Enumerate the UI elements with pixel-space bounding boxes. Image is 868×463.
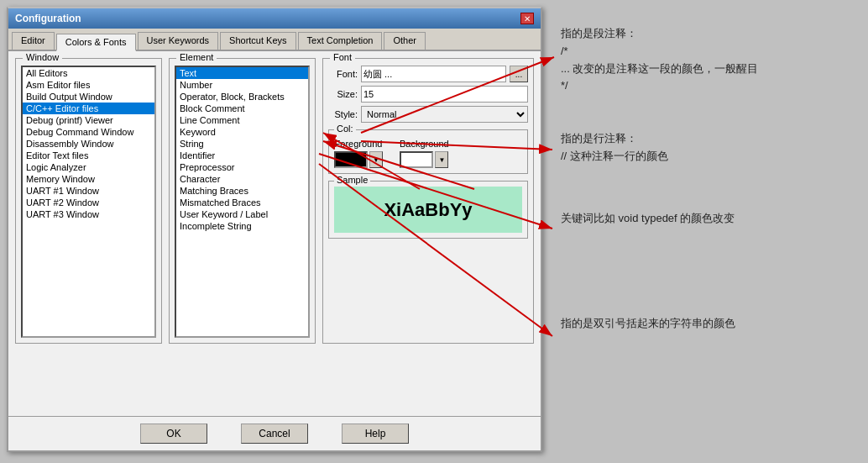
- annotation-1: 指的是段注释：/*... 改变的是注释这一段的颜色，一般醒目*/: [561, 25, 758, 95]
- foreground-label: Foreground: [335, 139, 383, 149]
- style-label: Style:: [328, 109, 358, 119]
- font-input[interactable]: [361, 66, 506, 82]
- tab-text-completion[interactable]: Text Completion: [298, 32, 383, 50]
- style-row: Style: Normal Bold Italic Bold Italic: [328, 106, 528, 123]
- background-swatch-row: ▼: [400, 151, 448, 168]
- element-list-item[interactable]: Mismatched Braces: [176, 197, 308, 208]
- window-list-item[interactable]: UART #3 Window: [23, 208, 154, 220]
- background-col: Background ▼: [400, 139, 449, 168]
- ok-button[interactable]: OK: [140, 424, 207, 444]
- element-group-label: Element: [176, 52, 217, 62]
- annotation-area: 指的是段注释：/*... 改变的是注释这一段的颜色，一般醒目*/ 指的是行注释：…: [536, 0, 868, 463]
- window-list-item[interactable]: Memory Window: [23, 173, 154, 185]
- help-button[interactable]: Help: [342, 424, 409, 444]
- annotation-2: 指的是行注释：// 这种注释一行的颜色: [561, 130, 668, 166]
- color-section: Col: Foreground ▼ Background ▼: [328, 129, 528, 174]
- background-dropdown[interactable]: ▼: [435, 151, 448, 168]
- sample-text: XiAaBbYy: [384, 199, 472, 221]
- font-row: Font: ...: [328, 66, 528, 82]
- foreground-col: Foreground ▼: [334, 139, 383, 168]
- window-group: Window All EditorsAsm Editor filesBuild …: [15, 58, 162, 344]
- sample-label: Sample: [334, 175, 370, 185]
- window-list-item[interactable]: UART #1 Window: [23, 185, 154, 197]
- title-bar-buttons: ✕: [520, 13, 534, 24]
- color-section-label: Col:: [334, 124, 356, 134]
- element-group: Element TextNumberOperator, Block, Brack…: [169, 58, 316, 344]
- font-label: Font:: [328, 69, 358, 79]
- element-list-item[interactable]: Keyword: [176, 126, 308, 138]
- foreground-dropdown[interactable]: ▼: [369, 151, 383, 168]
- element-list-item[interactable]: Identifier: [176, 150, 308, 161]
- tab-shortcut-keys[interactable]: Shortcut Keys: [220, 32, 295, 50]
- window-list-item[interactable]: Logic Analyzer: [23, 161, 154, 173]
- window-list-item[interactable]: Build Output Window: [23, 91, 154, 103]
- element-list-item[interactable]: Preprocessor: [176, 161, 308, 173]
- element-list-item[interactable]: Text: [176, 67, 308, 79]
- background-label: Background: [400, 139, 449, 149]
- window-list-item[interactable]: All Editors: [23, 67, 154, 79]
- element-list[interactable]: TextNumberOperator, Block, BracketsBlock…: [175, 66, 310, 338]
- window-list-item[interactable]: UART #2 Window: [23, 197, 154, 208]
- tab-user-keywords[interactable]: User Keywords: [138, 32, 219, 50]
- background-swatch[interactable]: [400, 151, 433, 168]
- size-label: Size:: [328, 89, 358, 99]
- foreground-swatch-row: ▼: [334, 151, 383, 168]
- element-list-item[interactable]: Character: [176, 173, 308, 185]
- window-list-item[interactable]: Disassembly Window: [23, 138, 154, 150]
- element-list-item[interactable]: Line Comment: [176, 114, 308, 126]
- element-list-item[interactable]: Matching Braces: [176, 185, 308, 197]
- font-browse-button[interactable]: ...: [510, 66, 528, 82]
- sample-box: XiAaBbYy: [334, 187, 522, 233]
- font-group-label: Font: [330, 52, 355, 62]
- sample-group: Sample XiAaBbYy: [328, 181, 528, 239]
- close-button[interactable]: ✕: [520, 13, 534, 24]
- element-list-item[interactable]: User Keyword / Label: [176, 208, 308, 220]
- font-group: Font Font: ... Size: Style: Normal Bold …: [322, 58, 534, 344]
- content-area: Window All EditorsAsm Editor filesBuild …: [8, 51, 541, 418]
- dialog-title: Configuration: [15, 13, 81, 24]
- configuration-dialog: Configuration ✕ Editor Colors & Fonts Us…: [7, 7, 542, 452]
- tab-colors-fonts[interactable]: Colors & Fonts: [56, 34, 136, 51]
- element-list-item[interactable]: Operator, Block, Brackets: [176, 91, 308, 103]
- element-list-item[interactable]: String: [176, 138, 308, 150]
- annotation-3: 关键词比如 void typedef 的颜色改变: [561, 210, 735, 228]
- element-list-item[interactable]: Number: [176, 79, 308, 91]
- size-row: Size:: [328, 86, 528, 103]
- window-list-item[interactable]: Editor Text files: [23, 150, 154, 161]
- window-group-label: Window: [23, 52, 62, 62]
- title-bar: Configuration ✕: [8, 8, 541, 29]
- annotation-4: 指的是双引号括起来的字符串的颜色: [561, 315, 735, 333]
- style-select[interactable]: Normal Bold Italic Bold Italic: [361, 106, 528, 123]
- tab-other[interactable]: Other: [384, 32, 426, 50]
- window-list-item[interactable]: Debug (printf) Viewer: [23, 114, 154, 126]
- element-list-item[interactable]: Incomplete String: [176, 220, 308, 232]
- foreground-swatch[interactable]: [334, 151, 368, 168]
- bottom-bar: OK Cancel Help: [8, 416, 541, 450]
- window-list[interactable]: All EditorsAsm Editor filesBuild Output …: [21, 66, 156, 338]
- size-input[interactable]: [361, 86, 528, 103]
- cancel-button[interactable]: Cancel: [241, 424, 308, 444]
- window-list-item[interactable]: Debug Command Window: [23, 126, 154, 138]
- color-row: Foreground ▼ Background ▼: [334, 139, 522, 168]
- element-list-item[interactable]: Block Comment: [176, 103, 308, 114]
- window-list-item[interactable]: C/C++ Editor files: [23, 103, 154, 114]
- window-list-item[interactable]: Asm Editor files: [23, 79, 154, 91]
- tab-bar: Editor Colors & Fonts User Keywords Shor…: [8, 29, 541, 51]
- tab-editor[interactable]: Editor: [12, 32, 55, 50]
